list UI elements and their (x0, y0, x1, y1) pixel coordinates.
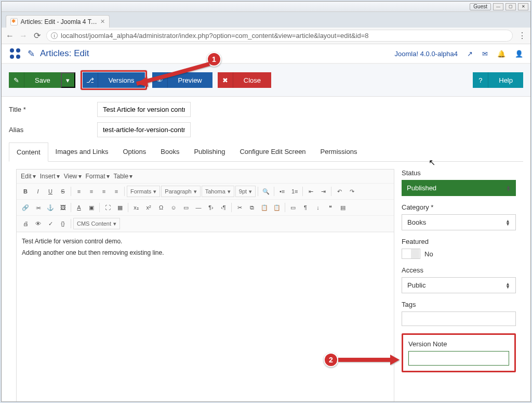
mail-icon[interactable]: ✉ (482, 50, 488, 58)
paste-icon[interactable]: 📋 (259, 202, 270, 213)
tab-configure-edit[interactable]: Configure Edit Screen (232, 142, 313, 161)
tab-content[interactable]: Content (9, 142, 48, 162)
user-icon[interactable]: 👤 (515, 50, 523, 58)
joomla-version-link[interactable]: Joomla! 4.0.0-alpha4 (395, 50, 458, 58)
italic-icon[interactable]: I (32, 186, 44, 197)
menu-view[interactable]: View ▾ (64, 173, 82, 180)
undo-icon[interactable]: ↶ (334, 186, 345, 197)
anchor-icon[interactable]: ⚓ (45, 202, 56, 213)
pilcrow-icon[interactable]: ¶ (300, 202, 311, 213)
tab-books[interactable]: Books (153, 142, 187, 161)
status-value: Published (407, 184, 436, 192)
align-center-icon[interactable]: ≡ (86, 186, 97, 197)
browser-menu-icon[interactable]: ⋮ (518, 31, 526, 41)
reload-icon[interactable]: ⟳ (33, 31, 41, 41)
close-tab-icon[interactable]: ✕ (100, 18, 105, 25)
bold-icon[interactable]: B (20, 186, 31, 197)
outdent-icon[interactable]: ⇤ (305, 186, 316, 197)
tags-label: Tags (402, 301, 516, 308)
menu-format[interactable]: Format ▾ (86, 173, 110, 180)
paragraph-select[interactable]: Paragraph ▾ (161, 186, 200, 197)
fullscreen-icon[interactable]: ⛶ (102, 202, 113, 213)
cut-icon[interactable]: ✂ (234, 202, 245, 213)
table-icon[interactable]: ▦ (114, 202, 126, 213)
url-input[interactable]: i localhost/joomla4_alpha4/administrator… (46, 30, 513, 42)
fontsize-select[interactable]: 9pt ▾ (235, 186, 256, 197)
svg-point-1 (16, 48, 20, 53)
rtl-icon[interactable]: ‹¶ (218, 202, 229, 213)
link-icon[interactable]: 🔗 (20, 202, 31, 213)
formats-select[interactable]: Formats ▾ (127, 186, 160, 197)
spell-icon[interactable]: ✓ (45, 218, 56, 229)
align-right-icon[interactable]: ≡ (98, 186, 110, 197)
cms-content-select[interactable]: CMS Content ▾ (73, 218, 120, 229)
strike-icon[interactable]: S (57, 186, 69, 197)
indent-icon[interactable]: ⇥ (317, 186, 329, 197)
bg-color-icon[interactable]: ▣ (86, 202, 97, 213)
menu-edit[interactable]: Edit ▾ (21, 173, 36, 180)
code-icon[interactable]: {} (57, 218, 69, 229)
close-button[interactable]: ✖ Close (218, 72, 271, 88)
save-dropdown-button[interactable]: ▾ (61, 72, 75, 88)
guest-badge: Guest (470, 3, 491, 10)
print-icon[interactable]: 🖨 (20, 218, 31, 229)
version-note-input[interactable] (408, 351, 509, 366)
help-button[interactable]: ? Help (473, 72, 523, 88)
ltr-icon[interactable]: ¶› (205, 202, 217, 213)
info-icon: i (51, 32, 58, 39)
forward-icon[interactable]: → (19, 31, 28, 41)
subscript-icon[interactable]: x₂ (130, 202, 142, 213)
external-link-icon[interactable]: ↗ (467, 50, 473, 58)
omega-icon[interactable]: Ω (155, 202, 167, 213)
hr-icon[interactable]: — (193, 202, 204, 213)
down-icon[interactable]: ↓ (312, 202, 324, 213)
emoji-icon[interactable]: ☺ (168, 202, 179, 213)
quote-icon[interactable]: ❝ (325, 202, 336, 213)
tab-permissions[interactable]: Permissions (313, 142, 365, 161)
bullet-list-icon[interactable]: •≡ (276, 186, 288, 197)
editor-body[interactable]: Test Article for version control demo. A… (17, 232, 394, 401)
image-icon[interactable]: 🖼 (57, 202, 69, 213)
redo-icon[interactable]: ↷ (346, 186, 357, 197)
save-icon: ✎ (9, 72, 24, 88)
show-blocks-icon[interactable]: ▭ (287, 202, 299, 213)
preview-icon[interactable]: 👁 (32, 218, 44, 229)
font-select[interactable]: Tahoma ▾ (202, 186, 234, 197)
tags-input[interactable] (402, 311, 516, 326)
tab-images-links[interactable]: Images and Links (48, 142, 116, 161)
browser-tab[interactable]: Articles: Edit - Joomla 4 Te… ✕ (6, 15, 110, 28)
close-window-button[interactable]: ✕ (518, 3, 528, 10)
media-icon[interactable]: ▭ (180, 202, 192, 213)
tab-options[interactable]: Options (115, 142, 153, 161)
paste-text-icon[interactable]: 📋 (271, 202, 283, 213)
align-justify-icon[interactable]: ≡ (111, 186, 122, 197)
text-color-icon[interactable]: A (73, 202, 85, 213)
joomla-logo-icon (9, 47, 21, 60)
number-list-icon[interactable]: 1≡ (289, 186, 300, 197)
save-button[interactable]: ✎ Save (9, 72, 61, 88)
access-select[interactable]: Public ▲▼ (402, 277, 516, 293)
unlink-icon[interactable]: ⫘ (32, 202, 44, 213)
back-icon[interactable]: ← (6, 31, 14, 41)
maximize-window-button[interactable]: ▢ (506, 3, 516, 10)
alias-input[interactable] (97, 122, 191, 137)
tab-publishing[interactable]: Publishing (187, 142, 232, 161)
copy-icon[interactable]: ⧉ (246, 202, 258, 213)
category-select[interactable]: Books ▲▼ (402, 214, 516, 230)
superscript-icon[interactable]: x² (143, 202, 154, 213)
template-icon[interactable]: ▤ (337, 202, 349, 213)
align-left-icon[interactable]: ≡ (73, 186, 85, 197)
menu-table[interactable]: Table ▾ (114, 173, 133, 180)
title-input[interactable] (97, 102, 191, 117)
minimize-window-button[interactable]: — (493, 3, 503, 10)
featured-toggle[interactable] (402, 249, 420, 259)
status-select[interactable]: Published ▲▼ (402, 180, 516, 196)
bell-icon[interactable]: 🔔 (497, 50, 506, 58)
underline-icon[interactable]: U (45, 186, 56, 197)
menu-insert[interactable]: Insert ▾ (40, 173, 60, 180)
page-content: ✎ Articles: Edit Joomla! 4.0.0-alpha4 ↗ … (2, 44, 530, 401)
find-icon[interactable]: 🔍 (260, 186, 272, 197)
sidebar: Status Published ▲▼ Category * Books ▲▼ (402, 169, 516, 401)
editor: Edit ▾ Insert ▾ View ▾ Format ▾ Table ▾ … (16, 169, 394, 401)
pencil-icon: ✎ (28, 48, 35, 59)
